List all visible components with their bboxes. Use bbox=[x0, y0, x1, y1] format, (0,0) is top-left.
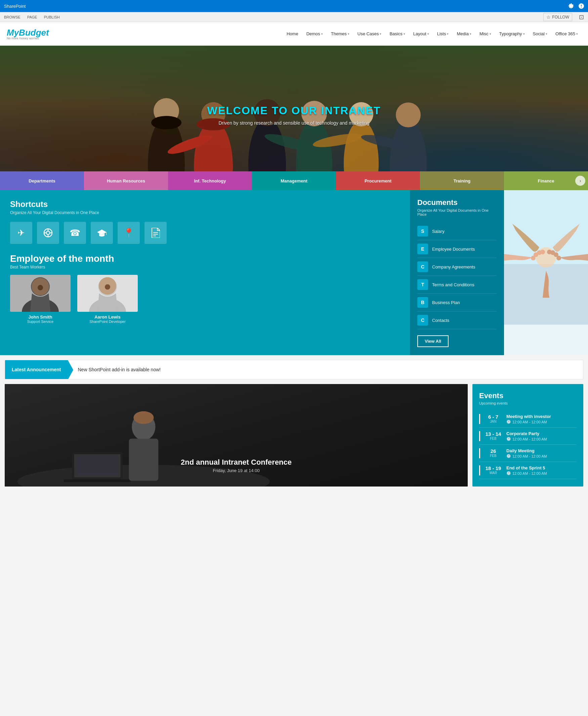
shortcut-plane[interactable]: ✈ bbox=[10, 222, 32, 244]
shortcut-phone[interactable]: ☎ bbox=[64, 222, 86, 244]
main-nav: Home Demos ▾ Themes ▾ Use Cases ▾ Basics… bbox=[283, 28, 581, 39]
nav-tile-management[interactable]: Management bbox=[252, 171, 336, 190]
doc-item-terms[interactable]: T Terms and Conditions bbox=[417, 276, 497, 294]
doc-item-salary[interactable]: S Salary bbox=[417, 223, 497, 240]
chevron-down-icon: ▾ bbox=[523, 32, 525, 36]
doc-label-terms: Terms and Conditions bbox=[432, 282, 475, 287]
event-date-3: 26 FEB bbox=[484, 448, 502, 458]
top-bar: SharePoint bbox=[0, 0, 588, 12]
doc-item-business[interactable]: B Business Plan bbox=[417, 294, 497, 312]
nav-demos[interactable]: Demos ▾ bbox=[303, 28, 326, 39]
nav-tile-procurement[interactable]: Procurement bbox=[336, 171, 420, 190]
nav-lists[interactable]: Lists ▾ bbox=[434, 28, 452, 39]
svg-point-41 bbox=[536, 247, 556, 268]
bottom-section: 2nd annual Intranet Conference Friday, J… bbox=[5, 384, 583, 486]
help-icon[interactable] bbox=[579, 3, 584, 9]
svg-point-49 bbox=[547, 250, 552, 254]
follow-button[interactable]: ☆ FOLLOW bbox=[543, 13, 572, 21]
nav-tiles: Departments Human Resources Inf. Technol… bbox=[0, 171, 588, 190]
doc-label-contacts: Contacts bbox=[432, 318, 449, 323]
svg-point-45 bbox=[540, 250, 545, 254]
nav-tile-training[interactable]: Training bbox=[420, 171, 504, 190]
logo[interactable]: MyBudget No more money worries bbox=[7, 27, 49, 40]
event-item-3[interactable]: 26 FEB Daily Meeting 🕐 12:00 AM - 12:00 … bbox=[479, 445, 576, 462]
documents-subtitle: Organize All Your Digital Documents in O… bbox=[417, 208, 497, 216]
event-bar-3 bbox=[479, 448, 480, 458]
doc-item-contacts[interactable]: C Contacts bbox=[417, 312, 497, 329]
sharepoint-title: SharePoint bbox=[4, 4, 25, 9]
nav-misc[interactable]: Misc ▾ bbox=[476, 28, 495, 39]
conference-panel: 2nd annual Intranet Conference Friday, J… bbox=[5, 384, 468, 486]
svg-point-33 bbox=[38, 285, 43, 290]
nav-basics[interactable]: Basics ▾ bbox=[386, 28, 408, 39]
doc-item-company[interactable]: C Company Agreements bbox=[417, 258, 497, 276]
event-details-3: Daily Meeting 🕐 12:00 AM - 12:00 AM bbox=[506, 448, 547, 458]
share-icon[interactable]: ⊡ bbox=[579, 14, 584, 21]
doc-label-employee: Employee Documents bbox=[432, 247, 475, 252]
event-item-2[interactable]: 13 - 14 FEB Corporate Party 🕐 12:00 AM -… bbox=[479, 428, 576, 445]
employee-card-1[interactable]: John Smith Support Service bbox=[10, 275, 70, 323]
svg-point-58 bbox=[133, 411, 153, 424]
nav-tile-hr[interactable]: Human Resources bbox=[84, 171, 168, 190]
documents-title: Documents bbox=[417, 198, 497, 207]
employee-card-2[interactable]: Aaron Lewis SharePoint Developer bbox=[77, 275, 138, 323]
employee-role-2: SharePoint Developer bbox=[77, 319, 138, 323]
shortcut-graduation[interactable] bbox=[91, 222, 113, 244]
publish-btn[interactable]: PUBLISH bbox=[44, 15, 60, 19]
event-details-2: Corporate Party 🕐 12:00 AM - 12:00 AM bbox=[506, 431, 547, 441]
shortcuts-subtitle: Organize All Your Digital Documents in O… bbox=[10, 210, 400, 215]
shortcut-location[interactable]: 📍 bbox=[118, 222, 140, 244]
doc-badge-employee: E bbox=[417, 244, 428, 254]
event-date-1: 6 - 7 JAN bbox=[484, 414, 502, 423]
event-date-4: 18 - 19 MAR bbox=[484, 465, 502, 475]
chevron-down-icon: ▾ bbox=[348, 32, 350, 36]
clock-icon: 🕐 bbox=[506, 454, 511, 458]
employee-cards: John Smith Support Service bbox=[10, 275, 400, 323]
event-item-1[interactable]: 6 - 7 JAN Meeting with investor 🕐 12:00 … bbox=[479, 410, 576, 428]
browse-btn[interactable]: BROWSE bbox=[4, 15, 21, 19]
team-photo-panel bbox=[504, 190, 588, 355]
event-time-4: 🕐 12:00 AM - 12:00 AM bbox=[506, 471, 547, 476]
team-photo bbox=[504, 190, 588, 324]
event-details-1: Meeting with investor 🕐 12:00 AM - 12:00… bbox=[506, 414, 551, 424]
nav-layout[interactable]: Layout ▾ bbox=[410, 28, 433, 39]
event-time-3: 🕐 12:00 AM - 12:00 AM bbox=[506, 454, 547, 458]
event-date-2: 13 - 14 FEB bbox=[484, 431, 502, 441]
shortcuts-title: Shortcuts bbox=[10, 199, 400, 209]
shortcut-lifesaver[interactable] bbox=[37, 222, 59, 244]
nav-media[interactable]: Media ▾ bbox=[453, 28, 475, 39]
view-all-button[interactable]: View All bbox=[417, 335, 448, 347]
scroll-right-button[interactable]: › bbox=[575, 176, 585, 186]
doc-badge-company: C bbox=[417, 261, 428, 272]
event-time-1: 🕐 12:00 AM - 12:00 AM bbox=[506, 420, 551, 424]
conference-date: Friday, June 19 at 14:00 bbox=[5, 468, 468, 473]
doc-item-employee[interactable]: E Employee Documents bbox=[417, 240, 497, 258]
nav-home[interactable]: Home bbox=[283, 28, 302, 39]
events-title: Events bbox=[479, 392, 576, 400]
top-bar-right bbox=[568, 3, 584, 9]
announcement-label: Latest Announcement bbox=[5, 360, 68, 379]
chevron-down-icon: ▾ bbox=[546, 32, 547, 36]
doc-label-business: Business Plan bbox=[432, 300, 460, 305]
nav-tile-departments[interactable]: Departments bbox=[0, 171, 84, 190]
svg-rect-55 bbox=[63, 480, 131, 482]
nav-tile-it[interactable]: Inf. Technology bbox=[168, 171, 252, 190]
doc-badge-terms: T bbox=[417, 279, 428, 290]
nav-social[interactable]: Social ▾ bbox=[529, 28, 551, 39]
hero-content: WELCOME TO OUR INTRANET Driven by strong… bbox=[207, 105, 381, 126]
gear-icon[interactable] bbox=[568, 3, 574, 9]
event-bar-1 bbox=[479, 414, 480, 424]
clock-icon: 🕐 bbox=[506, 420, 511, 424]
event-item-4[interactable]: 18 - 19 MAR End of the Sprint 5 🕐 12:00 … bbox=[479, 462, 576, 479]
shortcut-document[interactable] bbox=[145, 222, 167, 244]
nav-use-cases[interactable]: Use Cases ▾ bbox=[354, 28, 385, 39]
nav-typography[interactable]: Typography ▾ bbox=[496, 28, 528, 39]
nav-themes[interactable]: Themes ▾ bbox=[328, 28, 353, 39]
nav-office365[interactable]: Office 365 ▾ bbox=[552, 28, 581, 39]
employee-name-1: John Smith bbox=[10, 315, 70, 319]
employee-month-title: Employee of the month bbox=[10, 253, 400, 264]
employee-of-month: Employee of the month Best Team Workers bbox=[10, 253, 400, 323]
clock-icon: 🕐 bbox=[506, 437, 511, 441]
page-btn[interactable]: PAGE bbox=[27, 15, 37, 19]
employee-photo-1 bbox=[10, 275, 70, 312]
